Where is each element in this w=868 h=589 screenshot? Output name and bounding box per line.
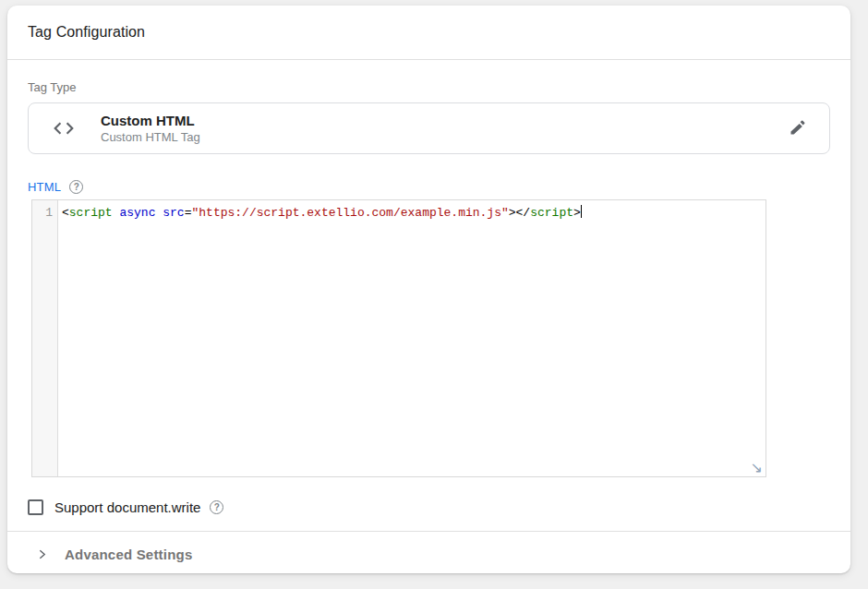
advanced-settings-toggle[interactable]: Advanced Settings [7,532,850,576]
editor-resize-handle[interactable]: ↘ [751,459,763,476]
tag-type-card: Custom HTML Custom HTML Tag [28,102,830,154]
panel-header: Tag Configuration [7,6,850,60]
tag-configuration-panel: Tag Configuration Tag Type Custom HTML C… [7,6,850,573]
panel-title: Tag Configuration [28,24,145,41]
html-help-icon[interactable]: ? [69,180,83,194]
panel-body: Tag Type Custom HTML Custom HTML Tag [7,80,850,515]
html-code-editor[interactable]: 1 <script async src="https://script.exte… [31,199,766,477]
tag-type-description: Custom HTML Tag [101,130,200,145]
support-document-write-help-icon[interactable]: ? [210,500,223,514]
html-field-label-row: HTML ? [28,180,830,194]
line-number: 1 [32,204,53,222]
editor-gutter: 1 [32,200,58,476]
support-document-write-row: Support document.write ? [28,499,830,515]
support-document-write-checkbox[interactable] [28,499,43,515]
advanced-settings-label: Advanced Settings [65,547,192,562]
support-document-write-label: Support document.write [54,499,200,515]
code-icon [52,116,76,140]
tag-type-section-label: Tag Type [28,80,830,94]
edit-tag-type-button[interactable] [781,112,814,145]
html-field-label: HTML [28,180,61,194]
pencil-icon [789,118,807,139]
text-cursor [581,205,582,218]
tag-type-name: Custom HTML [101,113,200,129]
tag-type-text: Custom HTML Custom HTML Tag [101,113,200,145]
chevron-right-icon [36,548,48,560]
editor-code-area[interactable]: <script async src="https://script.extell… [58,200,766,476]
